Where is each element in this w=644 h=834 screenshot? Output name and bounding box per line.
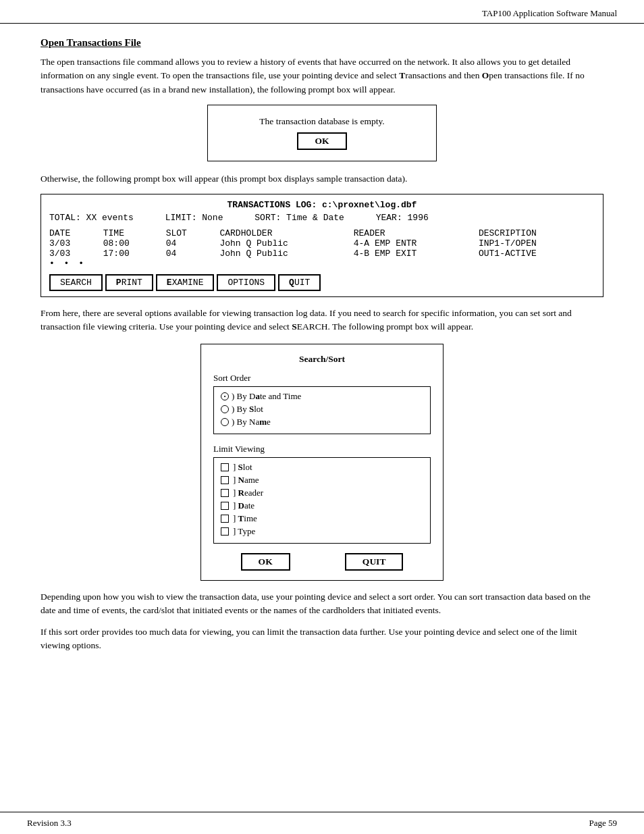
log-dots: • • • (49, 259, 595, 269)
para3: From here, there are several options ava… (41, 307, 603, 334)
para2: Otherwise, the following prompt box will… (41, 172, 603, 186)
log-table: DATE TIME SLOT CARDHOLDER READER DESCRIP… (49, 228, 595, 259)
search-sort-buttons: OK QUIT (213, 553, 431, 571)
log-year: YEAR: 1996 (376, 213, 429, 223)
checkbox-date (221, 502, 229, 510)
check-time-label: ] Time (233, 513, 257, 524)
col-cardholder: CARDHOLDER (219, 228, 353, 238)
check-slot-label: ] Slot (233, 462, 252, 473)
check-type-label: ] Type (233, 526, 255, 537)
log-data: DATE TIME SLOT CARDHOLDER READER DESCRIP… (49, 228, 595, 269)
col-reader: READER (354, 228, 479, 238)
quit-button[interactable]: QUIT (278, 274, 321, 291)
log-sort: SORT: Time & Date (254, 213, 344, 223)
options-button[interactable]: OPTIONS (217, 274, 275, 291)
checkbox-time (221, 515, 229, 523)
log-title: TRANSACTIONS LOG: c:\proxnet\log.dbf (49, 200, 595, 210)
page-content: Open Transactions File The open transact… (0, 24, 644, 675)
checkbox-reader (221, 489, 229, 497)
checkbox-slot (221, 463, 229, 471)
cell-description: INP1-T/OPEN (479, 238, 595, 249)
para1-bold2: O (482, 70, 489, 80)
check-date[interactable]: ] Date (221, 500, 423, 511)
check-time[interactable]: ] Time (221, 513, 423, 524)
check-name-label: ] Name (233, 475, 259, 486)
check-date-label: ] Date (233, 500, 254, 511)
print-button[interactable]: PRINT (105, 274, 153, 291)
log-limit: LIMIT: None (165, 213, 223, 223)
cell-date: 3/03 (49, 238, 103, 249)
radio-circle-date (221, 392, 229, 400)
cell-slot: 04 (166, 238, 220, 249)
col-slot: SLOT (166, 228, 220, 238)
radio-by-name[interactable]: ) By Name (221, 417, 423, 427)
radio-by-date[interactable]: ) By Date and Time (221, 391, 423, 402)
search-button[interactable]: SEARCH (49, 274, 103, 291)
empty-db-dialog: The transaction database is empty. OK (207, 105, 437, 161)
cell-reader: 4-A EMP ENTR (354, 238, 479, 249)
empty-db-message: The transaction database is empty. (221, 116, 423, 127)
examine-button[interactable]: EXAMINE (156, 274, 215, 291)
search-sort-title: Search/Sort (213, 354, 431, 365)
search-sort-container: Search/Sort Sort Order ) By Date and Tim… (41, 344, 603, 581)
page-header: TAP100 Application Software Manual (0, 0, 644, 24)
cell-cardholder: John Q Public (219, 249, 353, 259)
section-title: Open Transactions File (41, 37, 603, 49)
check-slot[interactable]: ] Slot (221, 462, 423, 473)
col-description: DESCRIPTION (479, 228, 595, 238)
page-footer: Revision 3.3 Page 59 (0, 812, 644, 834)
table-row: 3/03 08:00 04 John Q Public 4-A EMP ENTR… (49, 238, 595, 249)
check-reader[interactable]: ] Reader (221, 488, 423, 498)
para3-bold: S (292, 321, 297, 332)
col-time: TIME (103, 228, 166, 238)
para3-text2: EARCH. The following prompt box will app… (297, 321, 473, 332)
cell-time: 17:00 (103, 249, 166, 259)
transactions-log-box: TRANSACTIONS LOG: c:\proxnet\log.dbf TOT… (41, 194, 603, 297)
para4: Depending upon how you wish to view the … (41, 590, 603, 618)
cell-time: 08:00 (103, 238, 166, 249)
radio-by-slot[interactable]: ) By Slot (221, 404, 423, 415)
log-meta: TOTAL: XX events LIMIT: None SORT: Time … (49, 213, 595, 223)
log-total: TOTAL: XX events (49, 213, 134, 223)
col-date: DATE (49, 228, 103, 238)
ss-quit-button[interactable]: QUIT (345, 553, 404, 571)
radio-slot-label: ) By Slot (232, 404, 263, 415)
intro-paragraph: The open transactions file command allow… (41, 55, 603, 97)
check-name[interactable]: ] Name (221, 475, 423, 486)
table-row: 3/03 17:00 04 John Q Public 4-B EMP EXIT… (49, 249, 595, 259)
page: TAP100 Application Software Manual Open … (0, 0, 644, 834)
check-type[interactable]: ] Type (221, 526, 423, 537)
cell-cardholder: John Q Public (219, 238, 353, 249)
cell-date: 3/03 (49, 249, 103, 259)
sort-order-label: Sort Order (213, 373, 431, 384)
footer-page: Page 59 (589, 818, 617, 829)
para1-bold1: T (399, 70, 405, 80)
limit-viewing-group: ] Slot ] Name ] Reader ] Date (213, 457, 431, 544)
search-sort-dialog: Search/Sort Sort Order ) By Date and Tim… (200, 344, 444, 581)
radio-circle-slot (221, 405, 229, 413)
log-table-header: DATE TIME SLOT CARDHOLDER READER DESCRIP… (49, 228, 595, 238)
para5: If this sort order provides too much dat… (41, 625, 603, 653)
log-buttons: SEARCH PRINT EXAMINE OPTIONS QUIT (49, 274, 595, 291)
check-reader-label: ] Reader (233, 488, 263, 498)
checkbox-name (221, 476, 229, 484)
radio-name-label: ) By Name (232, 417, 271, 427)
radio-circle-name (221, 418, 229, 426)
cell-slot: 04 (166, 249, 220, 259)
ss-ok-button[interactable]: OK (241, 553, 290, 571)
limit-viewing-label: Limit Viewing (213, 444, 431, 454)
cell-reader: 4-B EMP EXIT (354, 249, 479, 259)
header-title: TAP100 Application Software Manual (482, 8, 617, 18)
checkbox-type (221, 527, 229, 536)
footer-revision: Revision 3.3 (27, 818, 72, 829)
para1-text2: ransactions and then (405, 70, 482, 80)
radio-date-label: ) By Date and Time (232, 391, 301, 402)
cell-description: OUT1-ACTIVE (479, 249, 595, 259)
sort-order-group: ) By Date and Time ) By Slot ) By Name (213, 386, 431, 434)
ok-button[interactable]: OK (297, 132, 346, 150)
